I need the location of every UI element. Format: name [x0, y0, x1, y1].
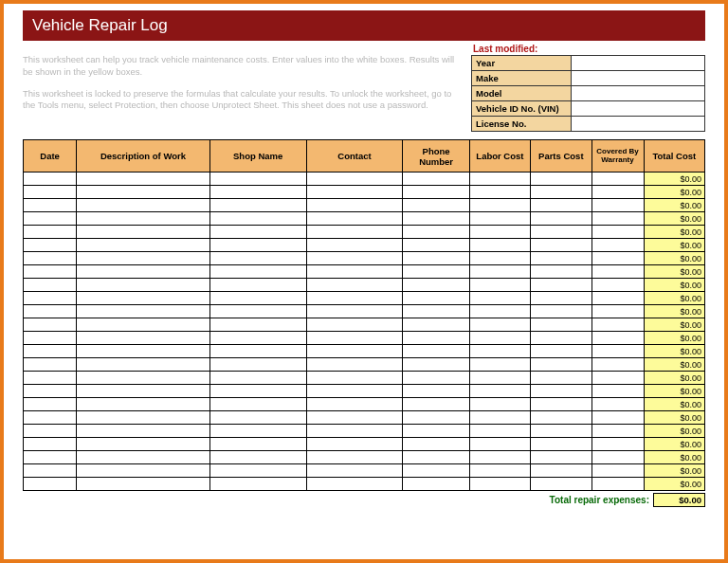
cell-date[interactable]	[24, 398, 77, 411]
cell-contact[interactable]	[306, 385, 403, 398]
cell-desc[interactable]	[77, 385, 210, 398]
cell-phone[interactable]	[403, 438, 469, 451]
vehicle-info-value[interactable]	[572, 71, 705, 86]
cell-phone[interactable]	[403, 411, 469, 425]
vehicle-info-value[interactable]	[572, 101, 705, 117]
cell-labor[interactable]	[469, 478, 530, 491]
cell-desc[interactable]	[77, 332, 210, 345]
cell-parts[interactable]	[531, 279, 592, 292]
cell-date[interactable]	[24, 252, 77, 265]
cell-date[interactable]	[24, 226, 77, 239]
cell-warranty[interactable]	[592, 252, 644, 265]
cell-shop[interactable]	[209, 345, 306, 358]
cell-phone[interactable]	[403, 252, 469, 265]
cell-shop[interactable]	[209, 411, 306, 425]
cell-desc[interactable]	[77, 438, 210, 451]
cell-shop[interactable]	[209, 279, 306, 292]
cell-labor[interactable]	[469, 265, 530, 279]
cell-contact[interactable]	[306, 464, 403, 478]
cell-labor[interactable]	[469, 411, 530, 425]
cell-warranty[interactable]	[592, 385, 644, 398]
cell-contact[interactable]	[306, 186, 403, 199]
cell-phone[interactable]	[403, 345, 469, 358]
cell-warranty[interactable]	[592, 239, 644, 252]
cell-contact[interactable]	[306, 372, 403, 385]
cell-parts[interactable]	[531, 398, 592, 411]
cell-date[interactable]	[24, 411, 77, 425]
cell-warranty[interactable]	[592, 265, 644, 279]
cell-shop[interactable]	[209, 438, 306, 451]
cell-warranty[interactable]	[592, 398, 644, 411]
cell-labor[interactable]	[469, 372, 530, 385]
cell-date[interactable]	[24, 425, 77, 438]
cell-labor[interactable]	[469, 292, 530, 305]
cell-shop[interactable]	[209, 252, 306, 265]
cell-warranty[interactable]	[592, 212, 644, 226]
cell-contact[interactable]	[306, 265, 403, 279]
cell-warranty[interactable]	[592, 372, 644, 385]
cell-desc[interactable]	[77, 411, 210, 425]
vehicle-info-value[interactable]	[572, 117, 705, 132]
cell-shop[interactable]	[209, 398, 306, 411]
cell-labor[interactable]	[469, 279, 530, 292]
cell-date[interactable]	[24, 239, 77, 252]
cell-phone[interactable]	[403, 212, 469, 226]
cell-parts[interactable]	[531, 226, 592, 239]
cell-parts[interactable]	[531, 173, 592, 186]
cell-parts[interactable]	[531, 186, 592, 199]
cell-contact[interactable]	[306, 358, 403, 372]
cell-phone[interactable]	[403, 332, 469, 345]
cell-date[interactable]	[24, 265, 77, 279]
cell-contact[interactable]	[306, 239, 403, 252]
cell-contact[interactable]	[306, 438, 403, 451]
cell-warranty[interactable]	[592, 199, 644, 212]
cell-shop[interactable]	[209, 292, 306, 305]
cell-shop[interactable]	[209, 199, 306, 212]
cell-warranty[interactable]	[592, 318, 644, 332]
cell-warranty[interactable]	[592, 464, 644, 478]
cell-contact[interactable]	[306, 173, 403, 186]
cell-parts[interactable]	[531, 332, 592, 345]
cell-phone[interactable]	[403, 265, 469, 279]
cell-desc[interactable]	[77, 292, 210, 305]
cell-phone[interactable]	[403, 464, 469, 478]
cell-contact[interactable]	[306, 226, 403, 239]
cell-phone[interactable]	[403, 279, 469, 292]
cell-date[interactable]	[24, 279, 77, 292]
cell-phone[interactable]	[403, 318, 469, 332]
cell-shop[interactable]	[209, 226, 306, 239]
cell-desc[interactable]	[77, 305, 210, 318]
cell-warranty[interactable]	[592, 411, 644, 425]
cell-contact[interactable]	[306, 199, 403, 212]
cell-phone[interactable]	[403, 358, 469, 372]
cell-date[interactable]	[24, 438, 77, 451]
cell-parts[interactable]	[531, 438, 592, 451]
cell-phone[interactable]	[403, 385, 469, 398]
cell-phone[interactable]	[403, 186, 469, 199]
cell-phone[interactable]	[403, 226, 469, 239]
cell-labor[interactable]	[469, 199, 530, 212]
cell-desc[interactable]	[77, 265, 210, 279]
cell-shop[interactable]	[209, 186, 306, 199]
cell-shop[interactable]	[209, 451, 306, 464]
cell-desc[interactable]	[77, 478, 210, 491]
cell-labor[interactable]	[469, 451, 530, 464]
cell-parts[interactable]	[531, 425, 592, 438]
cell-date[interactable]	[24, 478, 77, 491]
cell-labor[interactable]	[469, 226, 530, 239]
cell-parts[interactable]	[531, 212, 592, 226]
cell-labor[interactable]	[469, 332, 530, 345]
cell-desc[interactable]	[77, 398, 210, 411]
cell-labor[interactable]	[469, 438, 530, 451]
cell-warranty[interactable]	[592, 226, 644, 239]
cell-desc[interactable]	[77, 318, 210, 332]
cell-desc[interactable]	[77, 212, 210, 226]
cell-desc[interactable]	[77, 173, 210, 186]
cell-date[interactable]	[24, 318, 77, 332]
cell-labor[interactable]	[469, 464, 530, 478]
cell-contact[interactable]	[306, 279, 403, 292]
cell-parts[interactable]	[531, 318, 592, 332]
cell-contact[interactable]	[306, 411, 403, 425]
cell-shop[interactable]	[209, 372, 306, 385]
cell-parts[interactable]	[531, 464, 592, 478]
